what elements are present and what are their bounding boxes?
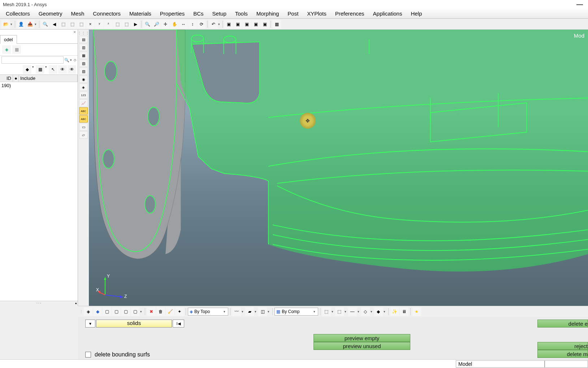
entity-selector[interactable]: solids [96,320,172,328]
comp-vis-icon[interactable]: ◈ [84,307,92,316]
menu-bcs[interactable]: BCs [189,9,208,18]
menu-geometry[interactable]: Geometry [34,9,67,18]
tab-model[interactable]: odel [0,35,17,44]
window4-icon[interactable]: ▣ [251,20,260,29]
iso-icon[interactable]: ⬚ [113,20,122,29]
pt-vis-icon[interactable]: ▢ [121,307,130,316]
sparkle-icon[interactable]: ✨ [390,307,399,316]
orient-icon[interactable]: ⬚ [122,20,131,29]
vis2-icon[interactable]: ▥ [79,44,88,51]
menu-properties[interactable]: Properties [156,9,189,18]
vis11-icon[interactable]: ABC [79,115,88,123]
vis4-icon[interactable]: ▧ [79,60,88,67]
wire3-icon[interactable]: — [348,307,357,316]
checkbox-bounding-surfs[interactable] [85,352,91,358]
col-include[interactable]: Include [19,75,78,82]
grip-icon[interactable]: ⋮⋮⋮ [78,31,90,35]
wire5-icon[interactable]: ◆ [374,307,383,316]
preview-unused-button[interactable]: preview unused [314,342,410,350]
menu-mesh[interactable]: Mesh [67,9,89,18]
topo-dropdown[interactable]: ◈By Topo▾ [188,308,228,316]
window1-icon[interactable]: ▣ [224,20,233,29]
window2-icon[interactable]: ▣ [233,20,242,29]
menu-tools[interactable]: Tools [231,9,252,18]
vis8-icon[interactable]: 123 [79,91,88,99]
back-icon[interactable]: ◀ [50,20,59,29]
undo-icon[interactable]: ↶ [209,20,218,29]
zoom-icon[interactable]: 🔍 [41,20,49,29]
vis7-icon[interactable]: ◈ [79,84,88,91]
axis-y-icon[interactable]: ʸ [95,20,104,29]
menu-post[interactable]: Post [283,9,303,18]
wire4-icon[interactable]: ◇ [361,307,370,316]
menu-xyplots[interactable]: XYPlots [303,9,330,18]
close-icon[interactable]: ✕ [73,30,76,34]
cube-icon[interactable]: ▦ [12,45,21,54]
vis5-icon[interactable]: ▨ [79,68,88,75]
screen-icon[interactable]: 🖥 [400,307,408,316]
reset-selection-button[interactable]: I◀ [173,320,184,328]
rotate-y-icon[interactable]: ↕ [188,20,197,29]
wire2-icon[interactable]: ⬚ [335,307,344,316]
col-color[interactable]: ● [13,75,19,82]
grid-icon[interactable]: ▦ [36,65,44,74]
surf-vis-icon[interactable]: ▢ [103,307,111,316]
vis12-icon[interactable]: ▭ [79,123,88,130]
vis10-icon[interactable]: ABC [79,107,88,115]
clean-icon[interactable]: 🧹 [166,307,174,316]
vis1-icon[interactable]: ▤ [79,36,88,43]
search-toggle-icon[interactable]: ◇ [74,58,76,62]
viewport[interactable]: Mod Y Z X [89,30,588,306]
menu-collectors[interactable]: Collectors [1,9,34,18]
comp-dropdown[interactable]: ▦By Comp▾ [274,308,318,316]
axis-z-icon[interactable]: ᶻ [104,20,113,29]
tree-row[interactable]: 190) [1,83,76,88]
preview-empty-button[interactable]: preview empty [314,334,410,342]
search-input[interactable] [1,56,64,64]
solid-vis-icon[interactable]: ◆ [93,307,102,316]
trash-icon[interactable]: 🗑 [156,307,165,316]
vis3-icon[interactable]: ▦ [79,52,88,59]
zoom-out-icon[interactable]: 🔎 [152,20,161,29]
cursor-icon[interactable]: ↖ [49,65,57,74]
delete-model-button[interactable]: delete m [537,350,588,358]
delete-x-icon[interactable]: ✖ [147,307,156,316]
pan-icon[interactable]: ✋ [170,20,179,29]
window5-icon[interactable]: ▣ [260,20,269,29]
delete-entity-button[interactable]: delete e [537,320,588,328]
box-icon[interactable]: ◆ [23,65,31,74]
surf1-icon[interactable]: ▰ [245,307,254,316]
eye-icon[interactable]: 👁 [58,65,67,74]
minimize-icon[interactable]: — [576,1,585,8]
more-vis-icon[interactable]: ▢ [131,307,139,316]
rotate-free-icon[interactable]: ⟳ [197,20,206,29]
eye2-icon[interactable]: 👁 [68,65,76,74]
reject-button[interactable]: reject [537,342,588,350]
tree-body[interactable]: 190) [0,82,78,301]
comp-icon[interactable]: ◈ [2,45,11,54]
solid1-icon[interactable]: ◫ [258,307,267,316]
layout-icon[interactable]: ▦ [272,20,281,29]
menu-morphing[interactable]: Morphing [252,9,284,18]
axis-yz-icon[interactable]: ⬚ [77,20,86,29]
menu-materials[interactable]: Materials [125,9,156,18]
line-vis-icon[interactable]: ▢ [112,307,121,316]
status-model-field[interactable]: Model [456,360,545,368]
axis-xz-icon[interactable]: ⬚ [68,20,77,29]
menu-preferences[interactable]: Preferences [331,9,369,18]
status-field-2[interactable] [545,360,588,368]
open-icon[interactable]: 📂 [1,20,10,29]
search-icon[interactable]: 🔍 [64,58,69,63]
menu-applications[interactable]: Applications [369,9,407,18]
wire1-icon[interactable]: ⬚ [322,307,331,316]
menu-connectors[interactable]: Connectors [88,9,125,18]
menu-help[interactable]: Help [406,9,426,18]
menu-setup[interactable]: Setup [208,9,231,18]
window3-icon[interactable]: ▣ [242,20,251,29]
axes-icon[interactable]: ✦ [175,307,184,316]
grip-icon[interactable]: ⋮ [79,309,83,313]
axis-x-icon[interactable]: × [86,20,95,29]
curve1-icon[interactable]: 〰 [232,307,241,316]
flag-icon[interactable]: ▶ [131,20,140,29]
vis6-icon[interactable]: ◉ [79,76,88,83]
